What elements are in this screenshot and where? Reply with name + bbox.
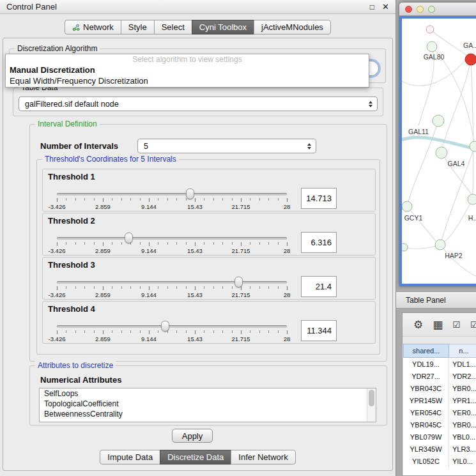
threshold-slider[interactable]: -3.4262.8599.14415.4321.71528: [57, 321, 287, 344]
table-row[interactable]: YER054CYER0...: [403, 406, 476, 418]
table-row[interactable]: YDR27...YDR2...: [403, 370, 476, 382]
table-cell: YLR345W: [403, 443, 449, 455]
slider-thumb[interactable]: [161, 321, 169, 332]
network-node[interactable]: [433, 115, 444, 127]
tick-mark: [176, 286, 177, 289]
table-row[interactable]: YLR345WYLR3...: [403, 443, 476, 455]
float-window-icon[interactable]: □: [370, 3, 374, 12]
tick-mark: [158, 286, 158, 289]
num-intervals-label: Number of Intervals: [40, 141, 118, 151]
table-row[interactable]: YBL079WYBL0...: [403, 431, 476, 443]
columns-icon[interactable]: ▦: [433, 319, 443, 330]
desktop: Control Panel □ ✕ NetworkStyleSelectCyni…: [0, 0, 476, 476]
network-node[interactable]: [435, 240, 445, 250]
slider-thumb[interactable]: [125, 233, 133, 243]
network-edge: [402, 58, 467, 86]
threshold-panel: Threshold 2-3.4262.8599.14415.4321.71528…: [42, 213, 376, 256]
zoom-traffic-light-icon[interactable]: [428, 6, 435, 13]
network-node[interactable]: [426, 26, 434, 33]
num-intervals-combobox[interactable]: 5: [137, 139, 316, 153]
select-none-icon[interactable]: ☑: [470, 320, 476, 329]
tick-mark: [186, 330, 187, 333]
node-label: GAL80: [424, 53, 445, 61]
tick-mark: [287, 330, 288, 334]
tick-mark: [195, 198, 196, 202]
column-header-name[interactable]: n...: [449, 344, 476, 358]
bottom-tabstrip: Impute DataDiscretize DataInfer Network: [0, 450, 395, 464]
tab-jactivemnodules[interactable]: jActiveMNodules: [254, 20, 331, 35]
slider-thumb[interactable]: [186, 188, 194, 199]
slider-thumb[interactable]: [234, 277, 243, 288]
tick-mark: [103, 330, 104, 334]
column-header-shared-name[interactable]: shared...: [403, 344, 449, 358]
numerical-attributes-list[interactable]: SelfLoopsTopologicalCoefficientBetweenne…: [39, 388, 376, 422]
network-node[interactable]: [465, 54, 476, 65]
scrollbar-thumb[interactable]: [369, 390, 374, 406]
tick-mark: [268, 242, 269, 245]
threshold-value-field[interactable]: 21.4: [301, 276, 337, 297]
tab-select[interactable]: Select: [154, 20, 192, 35]
network-node[interactable]: [427, 42, 437, 52]
dropdown-option-equal-width[interactable]: Equal Width/Frequency Discretization: [6, 75, 369, 86]
select-all-icon[interactable]: ☑: [452, 320, 461, 329]
network-node[interactable]: [470, 141, 476, 151]
list-item[interactable]: TopologicalCoefficient: [40, 399, 376, 409]
tick-label: 9.144: [141, 247, 157, 254]
network-node[interactable]: [402, 243, 408, 251]
tick-mark: [204, 242, 204, 245]
table-row[interactable]: YBR045CYBR0...: [403, 418, 476, 431]
tick-mark: [103, 286, 104, 290]
tick-mark: [268, 330, 269, 333]
tick-mark: [204, 198, 204, 201]
tick-label: 21.715: [231, 291, 250, 298]
list-scrollbar[interactable]: [367, 388, 376, 422]
tab-infer-network[interactable]: Infer Network: [231, 450, 295, 464]
threshold-value-field[interactable]: 14.713: [301, 188, 337, 209]
network-canvas[interactable]: GAL80GA...GAL11GAL4GCY1H...HAP2: [402, 19, 476, 284]
tick-mark: [84, 286, 85, 289]
minimize-traffic-light-icon[interactable]: [417, 6, 424, 13]
table-row[interactable]: YBR043CYBR0...: [403, 382, 476, 394]
tick-mark: [149, 198, 150, 202]
tick-mark: [204, 330, 204, 333]
tick-mark: [57, 286, 58, 290]
tick-mark: [84, 242, 85, 245]
tick-mark: [259, 242, 260, 245]
table-row[interactable]: YIL052CYIL0...: [403, 455, 476, 467]
table-row[interactable]: YPR145WYPR1...: [403, 394, 476, 406]
tab-cyni-toolbox[interactable]: Cyni Toolbox: [192, 20, 254, 35]
threshold-panel: Threshold 3-3.4262.8599.14415.4321.71528…: [42, 257, 376, 300]
close-icon[interactable]: ✕: [382, 2, 389, 12]
threshold-slider[interactable]: -3.4262.8599.14415.4321.71528: [57, 277, 287, 300]
threshold-slider[interactable]: -3.4262.8599.14415.4321.71528: [57, 188, 287, 211]
tick-mark: [204, 286, 204, 289]
network-icon: [72, 24, 80, 31]
network-node[interactable]: [436, 147, 447, 158]
threshold-value-field[interactable]: 11.344: [301, 320, 337, 341]
tick-mark: [287, 198, 288, 202]
tick-mark: [278, 242, 279, 245]
tab-style[interactable]: Style: [121, 20, 155, 35]
tab-label: jActiveMNodules: [261, 22, 323, 32]
table-data-combobox[interactable]: galFiltered.sif default node: [19, 96, 378, 111]
apply-button[interactable]: Apply: [172, 429, 213, 443]
list-item[interactable]: SelfLoops: [40, 388, 376, 399]
tick-mark: [287, 242, 288, 246]
close-traffic-light-icon[interactable]: [405, 6, 412, 13]
list-item[interactable]: BetweennessCentrality: [40, 409, 376, 419]
tick-mark: [213, 286, 214, 289]
tick-mark: [195, 286, 196, 290]
tab-impute-data[interactable]: Impute Data: [100, 450, 160, 464]
threshold-value-field[interactable]: 6.316: [301, 232, 337, 253]
tab-network[interactable]: Network: [65, 20, 121, 35]
tick-mark: [75, 242, 76, 245]
threshold-slider[interactable]: -3.4262.8599.14415.4321.71528: [57, 233, 287, 256]
slider-track: [57, 193, 287, 196]
table-row[interactable]: YDL19...YDL1...: [403, 358, 476, 370]
dropdown-option-manual[interactable]: Manual Discretization: [6, 65, 369, 75]
node-label: H...: [468, 214, 476, 222]
gear-icon[interactable]: ⚙: [413, 319, 423, 330]
network-node[interactable]: [468, 194, 476, 204]
tab-discretize-data[interactable]: Discretize Data: [160, 450, 231, 464]
network-node[interactable]: [402, 201, 412, 211]
